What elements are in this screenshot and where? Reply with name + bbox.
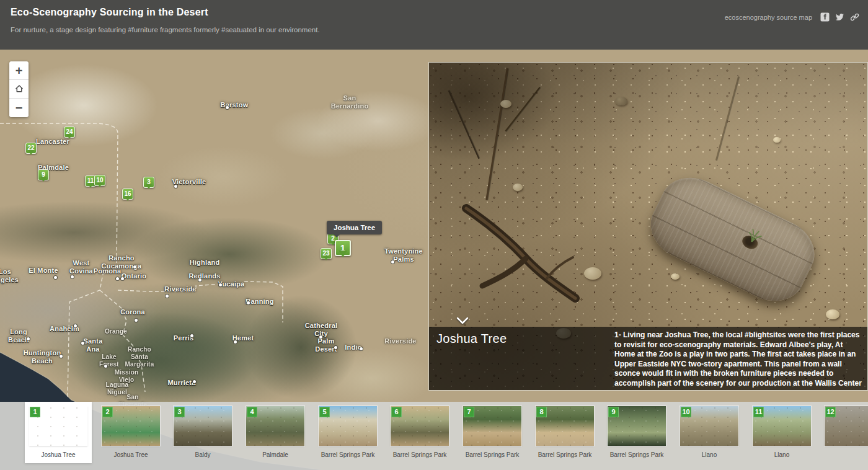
map-marker-1[interactable]: 1 bbox=[335, 240, 351, 256]
thumbnail-number-badge: 4 bbox=[247, 407, 257, 417]
page-title: Eco-Scenography Sourcing in the Desert bbox=[11, 7, 208, 18]
thumbnail-item-3[interactable]: 3Baldy Mesa/Adelanto bbox=[174, 406, 232, 459]
thumbnail-number-badge: 1 bbox=[30, 407, 40, 417]
home-button[interactable] bbox=[9, 80, 29, 99]
stone bbox=[671, 273, 680, 280]
source-map-link[interactable]: ecoscenography source map bbox=[725, 14, 812, 21]
stone bbox=[773, 137, 781, 143]
thumbnail-item-4[interactable]: 4Palmdale bbox=[246, 406, 304, 459]
map-label: Los Angeles bbox=[0, 268, 19, 284]
thumbnail-number-badge: 2 bbox=[102, 407, 113, 417]
thumbnail-number-badge: 3 bbox=[174, 407, 185, 417]
thumbnail-item-8[interactable]: 8Barrel Springs Park bbox=[536, 406, 594, 459]
map-marker-24[interactable]: 24 bbox=[64, 126, 75, 138]
map-label: Riverside bbox=[164, 285, 196, 293]
thumbnail-item-5[interactable]: 5Barrel Springs Park bbox=[319, 406, 377, 459]
thumbnail-image[interactable]: 12 bbox=[825, 406, 868, 446]
thumbnail-caption: Palmdale bbox=[246, 451, 304, 459]
zoom-in-button[interactable]: + bbox=[9, 61, 29, 80]
map-marker-9[interactable]: 9 bbox=[38, 169, 49, 180]
thin-stick bbox=[485, 68, 508, 200]
facebook-icon[interactable] bbox=[820, 12, 830, 22]
city-dot bbox=[71, 275, 74, 278]
thumbnail-item-12[interactable]: 12 bbox=[825, 406, 868, 459]
thumbnail-image[interactable]: 11 bbox=[753, 406, 811, 446]
city-dot bbox=[81, 342, 84, 345]
thumbnail-item-1[interactable]: 1Joshua Tree bbox=[29, 406, 87, 459]
page-subtitle: For nurture, a stage design featuring #f… bbox=[11, 26, 320, 33]
thumbnail-image[interactable]: 10 bbox=[680, 406, 738, 446]
map-label: Orange bbox=[105, 328, 127, 335]
photo-panel: Joshua Tree 1- Living near Joshua Tree, … bbox=[428, 62, 868, 391]
map-label: Twentynine Palms bbox=[384, 247, 423, 264]
city-dot bbox=[391, 260, 394, 264]
map-marker-10[interactable]: 10 bbox=[94, 175, 105, 186]
collapse-caption-button[interactable] bbox=[455, 316, 470, 328]
thumbnail-image[interactable]: 4 bbox=[246, 406, 304, 446]
thumbnail-item-2[interactable]: 2Joshua Tree bbox=[102, 406, 160, 459]
stone bbox=[584, 267, 601, 280]
twitter-icon[interactable] bbox=[835, 12, 844, 22]
thumbnail-caption: Barrel Springs Park bbox=[391, 451, 449, 459]
city-dot bbox=[116, 277, 119, 280]
thumbnail-caption: Baldy Mesa/Adelanto bbox=[174, 451, 232, 459]
city-dot bbox=[193, 380, 196, 383]
thumbnail-image[interactable]: 1 bbox=[29, 406, 87, 446]
map-label: El Monte bbox=[29, 267, 58, 275]
thumbnail-number-badge: 12 bbox=[825, 407, 836, 417]
zoom-out-button[interactable]: − bbox=[9, 99, 29, 117]
map-label: Lancaster bbox=[36, 138, 69, 146]
thumbnail-caption: Barrel Springs Park bbox=[319, 451, 377, 459]
map-label: Santa Ana bbox=[84, 337, 103, 353]
city-dot bbox=[226, 106, 229, 109]
city-dot bbox=[135, 319, 138, 322]
thumbnail-image[interactable]: 7 bbox=[463, 406, 521, 446]
thumbnail-item-6[interactable]: 6Barrel Springs Park bbox=[391, 406, 449, 459]
map-label: Barstow bbox=[221, 101, 249, 109]
thumbnail-item-10[interactable]: 10Llano bbox=[680, 406, 738, 459]
thin-stick bbox=[715, 76, 739, 161]
city-dot bbox=[360, 347, 363, 350]
map-marker-23[interactable]: 23 bbox=[321, 248, 332, 259]
map-marker-16[interactable]: 16 bbox=[122, 188, 133, 200]
thumbnail-number-badge: 5 bbox=[319, 407, 330, 417]
header: Eco-Scenography Sourcing in the Desert F… bbox=[0, 0, 868, 50]
map-label: Rancho Santa Margarita bbox=[125, 346, 154, 368]
thumbnail-item-11[interactable]: 11Llano bbox=[753, 406, 811, 459]
thumbnail-caption: Joshua Tree bbox=[102, 451, 160, 459]
map-label: West Covina bbox=[69, 259, 93, 275]
thumbnail-caption: Barrel Springs Park bbox=[463, 451, 521, 459]
thumbnail-image[interactable]: 6 bbox=[391, 406, 449, 446]
map-marker-3[interactable]: 3 bbox=[143, 177, 154, 188]
map-label: Redlands bbox=[188, 272, 220, 280]
thumbnail-image[interactable]: 9 bbox=[608, 406, 666, 446]
map-label: Long Beach bbox=[8, 328, 29, 344]
thumbnail-item-9[interactable]: 9Barrel Springs Park bbox=[608, 406, 666, 459]
thumbnail-number-badge: 7 bbox=[464, 407, 474, 417]
city-dot bbox=[133, 265, 136, 268]
stone bbox=[615, 97, 627, 105]
thumbnail-image[interactable]: 2 bbox=[102, 406, 160, 446]
chevron-down-icon bbox=[455, 316, 470, 326]
map-label: Banning bbox=[246, 298, 273, 306]
map-marker-22[interactable]: 22 bbox=[25, 143, 37, 154]
city-dot bbox=[334, 346, 337, 349]
stone bbox=[500, 100, 512, 108]
thumbnail-item-7[interactable]: 7Barrel Springs Park bbox=[463, 406, 521, 459]
city-dot bbox=[121, 277, 124, 280]
city-dot bbox=[198, 278, 202, 282]
thumbnail-image[interactable]: 5 bbox=[319, 406, 377, 446]
city-dot bbox=[60, 355, 63, 358]
thumbnail-caption: Llano bbox=[680, 451, 738, 459]
share-link-icon[interactable] bbox=[850, 12, 859, 22]
thumbnail-caption bbox=[825, 451, 868, 459]
thumbnail-image[interactable]: 3 bbox=[174, 406, 232, 446]
thumbnail-image[interactable]: 8 bbox=[536, 406, 594, 446]
city-dot bbox=[54, 276, 57, 279]
city-dot bbox=[190, 334, 193, 337]
map-label: Murrieta bbox=[168, 379, 196, 387]
thumbnail-caption: Barrel Springs Park bbox=[608, 451, 666, 459]
photo-description: 1- Living near Joshua Tree, the local #b… bbox=[614, 327, 867, 390]
home-icon bbox=[14, 84, 24, 94]
zoom-controls: + − bbox=[9, 61, 29, 117]
